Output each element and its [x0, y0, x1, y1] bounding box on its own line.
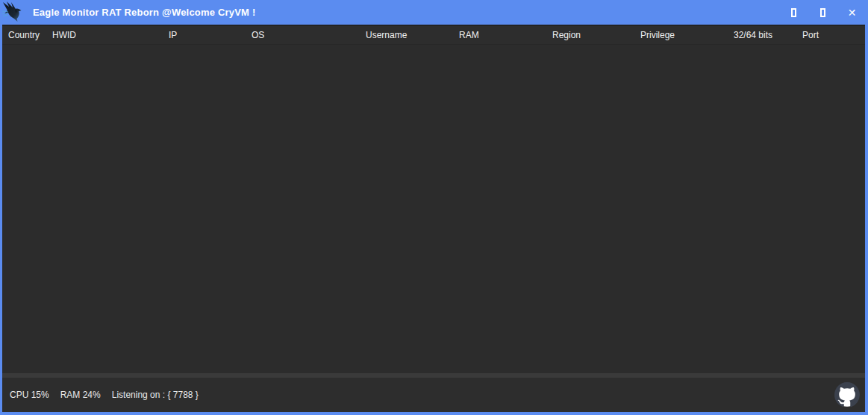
- column-header-os[interactable]: OS: [252, 30, 366, 40]
- window-title: Eagle Monitor RAT Reborn @Welcome CryVM …: [33, 0, 255, 25]
- eagle-logo-icon: [1, 1, 25, 24]
- main-content: CountryHWIDIPOSUsernameRAMRegionPrivileg…: [2, 25, 865, 412]
- column-header-32-64-bits[interactable]: 32/64 bits: [734, 30, 802, 40]
- app-window: Eagle Monitor RAT Reborn @Welcome CryVM …: [0, 0, 868, 415]
- minimize-icon: [791, 8, 796, 17]
- listening-port-label: Listening on : { 7788 }: [112, 390, 199, 400]
- column-header-ip[interactable]: IP: [169, 30, 252, 40]
- column-header-username[interactable]: Username: [366, 30, 459, 40]
- close-icon: ✕: [848, 7, 857, 18]
- cpu-usage-label: CPU 15%: [10, 390, 49, 400]
- client-table-body[interactable]: [2, 45, 865, 373]
- column-header-hwid[interactable]: HWID: [52, 30, 169, 40]
- maximize-button[interactable]: [808, 0, 837, 25]
- window-controls: ✕: [779, 0, 867, 25]
- ram-usage-label: RAM 24%: [60, 390, 101, 400]
- column-header-region[interactable]: Region: [552, 30, 640, 40]
- column-header-country[interactable]: Country: [8, 30, 52, 40]
- client-table-header: CountryHWIDIPOSUsernameRAMRegionPrivileg…: [2, 25, 865, 45]
- titlebar[interactable]: Eagle Monitor RAT Reborn @Welcome CryVM …: [0, 0, 868, 25]
- close-button[interactable]: ✕: [837, 0, 867, 25]
- minimize-button[interactable]: [779, 0, 808, 25]
- maximize-icon: [820, 8, 825, 17]
- column-header-port[interactable]: Port: [802, 30, 865, 40]
- github-button[interactable]: [834, 382, 860, 408]
- column-header-privilege[interactable]: Privilege: [640, 30, 734, 40]
- statusbar: CPU 15% RAM 24% Listening on : { 7788 }: [2, 378, 865, 412]
- column-header-ram[interactable]: RAM: [459, 30, 552, 40]
- github-icon: [834, 382, 860, 408]
